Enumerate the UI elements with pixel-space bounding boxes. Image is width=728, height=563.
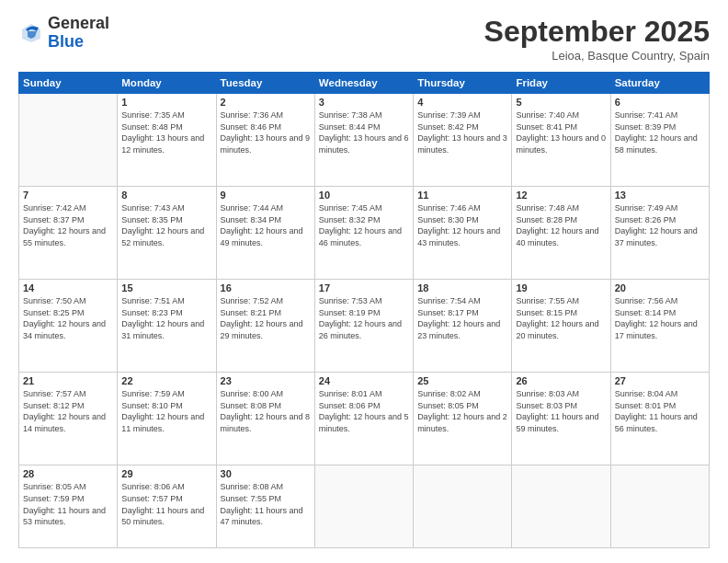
- calendar-day-cell: 8Sunrise: 7:43 AMSunset: 8:35 PMDaylight…: [118, 187, 216, 280]
- day-number: 24: [319, 375, 409, 386]
- day-info: Sunrise: 7:56 AMSunset: 8:14 PMDaylight:…: [615, 295, 705, 341]
- logo-general: General: [48, 14, 109, 32]
- day-info: Sunrise: 8:08 AMSunset: 7:55 PMDaylight:…: [221, 481, 311, 527]
- day-info: Sunrise: 7:48 AMSunset: 8:28 PMDaylight:…: [516, 202, 606, 248]
- day-number: 15: [121, 282, 211, 293]
- calendar-day-cell: 5Sunrise: 7:40 AMSunset: 8:41 PMDaylight…: [512, 94, 610, 187]
- day-info: Sunrise: 7:49 AMSunset: 8:26 PMDaylight:…: [615, 202, 705, 248]
- day-number: 6: [615, 97, 705, 108]
- calendar-day-cell: 22Sunrise: 7:59 AMSunset: 8:10 PMDayligh…: [118, 373, 216, 465]
- day-info: Sunrise: 7:59 AMSunset: 8:10 PMDaylight:…: [121, 388, 211, 434]
- calendar-day-cell: 15Sunrise: 7:51 AMSunset: 8:23 PMDayligh…: [118, 280, 216, 373]
- title-section: September 2025 Leioa, Basque Country, Sp…: [484, 15, 710, 63]
- calendar-day-cell: 14Sunrise: 7:50 AMSunset: 8:25 PMDayligh…: [19, 280, 118, 373]
- day-number: 23: [221, 375, 311, 386]
- calendar-day-cell: 4Sunrise: 7:39 AMSunset: 8:42 PMDaylight…: [414, 94, 512, 187]
- calendar-week-row: 1Sunrise: 7:35 AMSunset: 8:48 PMDaylight…: [19, 94, 710, 187]
- calendar-day-cell: 2Sunrise: 7:36 AMSunset: 8:46 PMDaylight…: [216, 94, 314, 187]
- calendar-day-cell: 18Sunrise: 7:54 AMSunset: 8:17 PMDayligh…: [414, 280, 512, 373]
- calendar-day-cell: 17Sunrise: 7:53 AMSunset: 8:19 PMDayligh…: [314, 280, 413, 373]
- calendar-day-cell: 20Sunrise: 7:56 AMSunset: 8:14 PMDayligh…: [610, 280, 709, 373]
- day-number: 1: [121, 97, 211, 108]
- calendar-header-thursday: Thursday: [414, 73, 512, 94]
- day-number: 9: [221, 190, 311, 201]
- calendar-header-saturday: Saturday: [610, 73, 709, 94]
- day-number: 4: [417, 97, 507, 108]
- day-number: 22: [121, 375, 211, 386]
- day-info: Sunrise: 7:45 AMSunset: 8:32 PMDaylight:…: [319, 202, 409, 248]
- day-info: Sunrise: 7:39 AMSunset: 8:42 PMDaylight:…: [417, 109, 507, 155]
- calendar-day-cell: 19Sunrise: 7:55 AMSunset: 8:15 PMDayligh…: [512, 280, 610, 373]
- day-number: 8: [121, 190, 211, 201]
- calendar-day-cell: [314, 465, 413, 548]
- day-number: 2: [221, 97, 311, 108]
- calendar-day-cell: [19, 94, 118, 187]
- calendar-week-row: 28Sunrise: 8:05 AMSunset: 7:59 PMDayligh…: [19, 465, 710, 548]
- day-info: Sunrise: 7:57 AMSunset: 8:12 PMDaylight:…: [23, 388, 113, 434]
- day-number: 7: [23, 190, 113, 201]
- day-info: Sunrise: 7:43 AMSunset: 8:35 PMDaylight:…: [121, 202, 211, 248]
- day-number: 27: [615, 375, 705, 386]
- day-info: Sunrise: 8:05 AMSunset: 7:59 PMDaylight:…: [23, 481, 113, 527]
- location: Leioa, Basque Country, Spain: [484, 49, 710, 63]
- day-number: 5: [516, 97, 606, 108]
- calendar-header-friday: Friday: [512, 73, 610, 94]
- day-info: Sunrise: 8:04 AMSunset: 8:01 PMDaylight:…: [615, 388, 705, 434]
- calendar-day-cell: 9Sunrise: 7:44 AMSunset: 8:34 PMDaylight…: [216, 187, 314, 280]
- calendar-header-row: SundayMondayTuesdayWednesdayThursdayFrid…: [19, 73, 710, 94]
- day-info: Sunrise: 7:54 AMSunset: 8:17 PMDaylight:…: [417, 295, 507, 341]
- day-info: Sunrise: 7:46 AMSunset: 8:30 PMDaylight:…: [417, 202, 507, 248]
- day-info: Sunrise: 7:55 AMSunset: 8:15 PMDaylight:…: [516, 295, 606, 341]
- day-info: Sunrise: 8:06 AMSunset: 7:57 PMDaylight:…: [121, 481, 211, 527]
- calendar-day-cell: 23Sunrise: 8:00 AMSunset: 8:08 PMDayligh…: [216, 373, 314, 465]
- day-number: 12: [516, 190, 606, 201]
- day-number: 25: [417, 375, 507, 386]
- day-info: Sunrise: 7:51 AMSunset: 8:23 PMDaylight:…: [121, 295, 211, 341]
- calendar: SundayMondayTuesdayWednesdayThursdayFrid…: [18, 72, 710, 548]
- calendar-day-cell: 1Sunrise: 7:35 AMSunset: 8:48 PMDaylight…: [118, 94, 216, 187]
- day-number: 28: [23, 468, 113, 479]
- day-info: Sunrise: 8:02 AMSunset: 8:05 PMDaylight:…: [417, 388, 507, 434]
- day-info: Sunrise: 8:03 AMSunset: 8:03 PMDaylight:…: [516, 388, 606, 434]
- day-info: Sunrise: 7:53 AMSunset: 8:19 PMDaylight:…: [319, 295, 409, 341]
- day-info: Sunrise: 8:00 AMSunset: 8:08 PMDaylight:…: [221, 388, 311, 434]
- logo-text: General Blue: [48, 15, 109, 52]
- calendar-header-sunday: Sunday: [19, 73, 118, 94]
- day-number: 21: [23, 375, 113, 386]
- calendar-day-cell: [512, 465, 610, 548]
- day-info: Sunrise: 7:44 AMSunset: 8:34 PMDaylight:…: [221, 202, 311, 248]
- day-number: 16: [221, 282, 311, 293]
- calendar-day-cell: 11Sunrise: 7:46 AMSunset: 8:30 PMDayligh…: [414, 187, 512, 280]
- day-number: 29: [121, 468, 211, 479]
- calendar-week-row: 21Sunrise: 7:57 AMSunset: 8:12 PMDayligh…: [19, 373, 710, 465]
- month-title: September 2025: [484, 15, 710, 49]
- day-number: 17: [319, 282, 409, 293]
- calendar-day-cell: 25Sunrise: 8:02 AMSunset: 8:05 PMDayligh…: [414, 373, 512, 465]
- page: General Blue September 2025 Leioa, Basqu…: [0, 0, 728, 563]
- day-number: 26: [516, 375, 606, 386]
- day-number: 19: [516, 282, 606, 293]
- calendar-day-cell: 10Sunrise: 7:45 AMSunset: 8:32 PMDayligh…: [314, 187, 413, 280]
- day-number: 3: [319, 97, 409, 108]
- logo-blue: Blue: [48, 32, 84, 51]
- day-number: 18: [417, 282, 507, 293]
- day-number: 10: [319, 190, 409, 201]
- day-info: Sunrise: 7:36 AMSunset: 8:46 PMDaylight:…: [221, 109, 311, 155]
- calendar-header-monday: Monday: [118, 73, 216, 94]
- calendar-header-tuesday: Tuesday: [216, 73, 314, 94]
- calendar-day-cell: 28Sunrise: 8:05 AMSunset: 7:59 PMDayligh…: [19, 465, 118, 548]
- calendar-day-cell: 7Sunrise: 7:42 AMSunset: 8:37 PMDaylight…: [19, 187, 118, 280]
- calendar-day-cell: 30Sunrise: 8:08 AMSunset: 7:55 PMDayligh…: [216, 465, 314, 548]
- day-info: Sunrise: 8:01 AMSunset: 8:06 PMDaylight:…: [319, 388, 409, 434]
- calendar-header-wednesday: Wednesday: [314, 73, 413, 94]
- calendar-day-cell: [414, 465, 512, 548]
- calendar-day-cell: [610, 465, 709, 548]
- day-info: Sunrise: 7:41 AMSunset: 8:39 PMDaylight:…: [615, 109, 705, 155]
- day-number: 11: [417, 190, 507, 201]
- calendar-week-row: 7Sunrise: 7:42 AMSunset: 8:37 PMDaylight…: [19, 187, 710, 280]
- logo-icon: [18, 20, 44, 46]
- calendar-day-cell: 12Sunrise: 7:48 AMSunset: 8:28 PMDayligh…: [512, 187, 610, 280]
- calendar-day-cell: 6Sunrise: 7:41 AMSunset: 8:39 PMDaylight…: [610, 94, 709, 187]
- day-info: Sunrise: 7:40 AMSunset: 8:41 PMDaylight:…: [516, 109, 606, 155]
- calendar-day-cell: 3Sunrise: 7:38 AMSunset: 8:44 PMDaylight…: [314, 94, 413, 187]
